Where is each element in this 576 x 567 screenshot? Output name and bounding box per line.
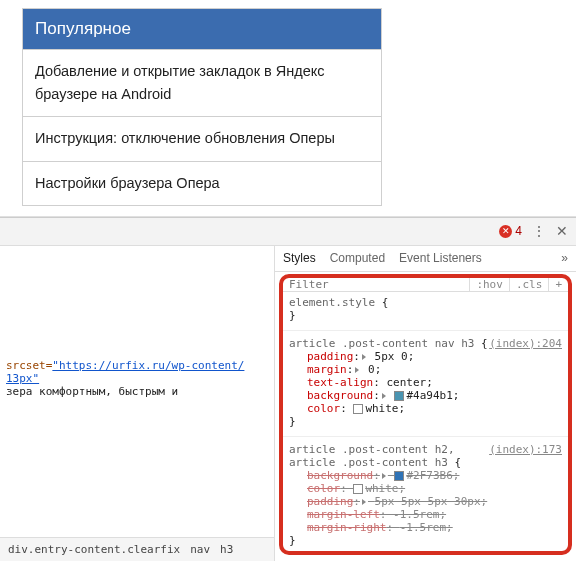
styles-highlight: :hov .cls + element.style { } (index):20… [279, 274, 572, 555]
styles-panel: Styles Computed Event Listeners » :hov .… [275, 246, 576, 561]
expand-icon[interactable] [355, 367, 359, 373]
styles-tabs: Styles Computed Event Listeners » [275, 246, 576, 272]
error-number: 4 [515, 224, 522, 238]
source-link[interactable]: (index):204 [489, 337, 562, 350]
color-swatch[interactable] [353, 404, 363, 414]
expand-icon[interactable] [382, 393, 386, 399]
error-count[interactable]: ✕ 4 [499, 224, 522, 238]
elements-source[interactable]: srcset="https://urfix.ru/wp-content/ 13p… [0, 246, 274, 537]
add-rule-button[interactable]: + [548, 278, 568, 291]
expand-icon[interactable] [382, 473, 386, 479]
close-icon[interactable]: ✕ [556, 223, 568, 239]
selector: article .post-content nav h3 [289, 337, 474, 350]
color-swatch[interactable] [394, 471, 404, 481]
selector: element.style [289, 296, 375, 309]
page-content: Популярное Добавление и открытие закладо… [0, 0, 576, 217]
source-link[interactable]: (index):173 [489, 443, 562, 456]
sidebar-widget: Популярное Добавление и открытие закладо… [22, 8, 382, 206]
color-swatch[interactable] [394, 391, 404, 401]
cls-button[interactable]: .cls [509, 278, 549, 291]
breadcrumb-item[interactable]: h3 [220, 543, 233, 556]
attr-value: "https://urfix.ru/wp-content/ [52, 359, 244, 372]
filter-input[interactable] [283, 278, 469, 291]
tab-computed[interactable]: Computed [330, 251, 385, 265]
color-swatch[interactable] [353, 484, 363, 494]
css-rules[interactable]: element.style { } (index):204 article .p… [283, 292, 568, 555]
breadcrumb-item[interactable]: div.entry-content.clearfix [8, 543, 180, 556]
more-tabs-icon[interactable]: » [561, 251, 568, 265]
dom-text: зера комфортным, быстрым и [6, 385, 178, 398]
error-icon: ✕ [499, 225, 512, 238]
attr-value-2: 13px" [6, 372, 39, 385]
css-rule: (index):173 article .post-content h2, ar… [289, 443, 562, 547]
css-rule: (index):204 article .post-content nav h3… [289, 337, 562, 428]
expand-icon[interactable] [362, 499, 366, 505]
widget-item[interactable]: Инструкция: отключение обновления Оперы [23, 116, 381, 160]
attr-name: srcset= [6, 359, 52, 372]
tab-event-listeners[interactable]: Event Listeners [399, 251, 482, 265]
hov-button[interactable]: :hov [469, 278, 509, 291]
kebab-icon[interactable]: ⋮ [532, 223, 546, 239]
filter-row: :hov .cls + [283, 278, 568, 292]
widget-header: Популярное [23, 9, 381, 49]
breadcrumb: div.entry-content.clearfix nav h3 [0, 537, 274, 561]
widget-item[interactable]: Настройки браузера Опера [23, 161, 381, 205]
breadcrumb-item[interactable]: nav [190, 543, 210, 556]
elements-panel: srcset="https://urfix.ru/wp-content/ 13p… [0, 246, 275, 561]
devtools-toolbar: ✕ 4 ⋮ ✕ [0, 218, 576, 246]
devtools: ✕ 4 ⋮ ✕ srcset="https://urfix.ru/wp-cont… [0, 217, 576, 561]
css-rule-inline: element.style { } [289, 296, 562, 322]
tab-styles[interactable]: Styles [283, 251, 316, 265]
devtools-body: srcset="https://urfix.ru/wp-content/ 13p… [0, 246, 576, 561]
widget-item[interactable]: Добавление и открытие закладок в Яндекс … [23, 49, 381, 116]
expand-icon[interactable] [362, 354, 366, 360]
selector: article .post-content h2, article .post-… [289, 443, 455, 469]
